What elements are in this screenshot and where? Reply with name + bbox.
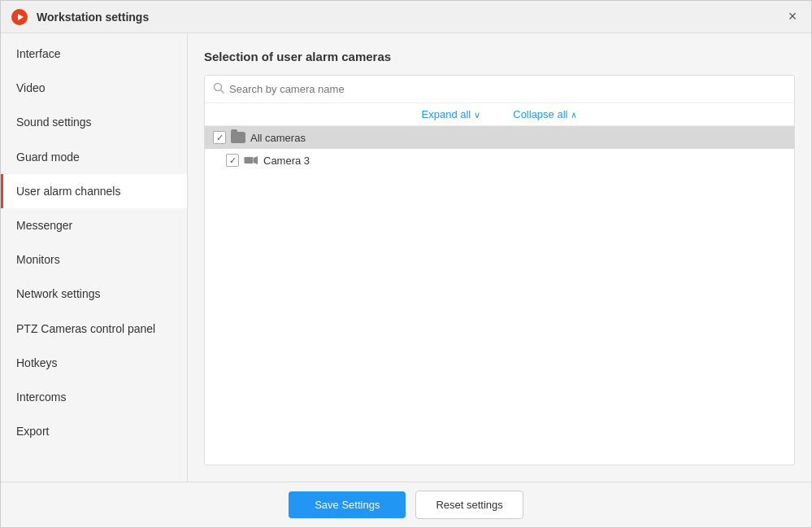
search-bar: [205, 76, 794, 103]
chevron-up-icon: [571, 108, 577, 120]
section-title: Selection of user alarm cameras: [204, 50, 795, 63]
sidebar-item-ptz-cameras[interactable]: PTZ Cameras control panel: [1, 312, 187, 346]
sidebar-item-interface[interactable]: Interface: [1, 37, 187, 71]
group-label: All cameras: [250, 132, 306, 144]
camera-label: Camera 3: [263, 155, 310, 167]
camera-panel: Expand all Collapse all ✓: [204, 75, 795, 465]
camera-list: ✓ All cameras ✓: [205, 126, 794, 465]
workstation-settings-window: Workstation settings × InterfaceVideoSou…: [0, 0, 812, 528]
camera-item-row[interactable]: ✓ Camera 3: [205, 149, 794, 172]
folder-icon: [231, 132, 245, 143]
collapse-all-button[interactable]: Collapse all: [513, 108, 577, 120]
camera-group-row[interactable]: ✓ All cameras: [205, 126, 794, 149]
sidebar-item-intercoms[interactable]: Intercoms: [1, 380, 187, 414]
expand-collapse-bar: Expand all Collapse all: [205, 103, 794, 126]
app-icon: [11, 8, 28, 26]
titlebar: Workstation settings ×: [1, 1, 811, 33]
camera-checkbox[interactable]: ✓: [226, 154, 239, 167]
sidebar-item-sound-settings[interactable]: Sound settings: [1, 105, 187, 139]
sidebar-item-network-settings[interactable]: Network settings: [1, 277, 187, 311]
reset-settings-button[interactable]: Reset settings: [415, 491, 523, 519]
sidebar: InterfaceVideoSound settingsGuard modeUs…: [1, 33, 188, 482]
sidebar-item-user-alarm-channels[interactable]: User alarm channels: [1, 174, 187, 208]
svg-rect-4: [245, 157, 254, 164]
close-button[interactable]: ×: [784, 8, 801, 26]
sidebar-item-monitors[interactable]: Monitors: [1, 242, 187, 277]
content-area: InterfaceVideoSound settingsGuard modeUs…: [1, 33, 811, 482]
svg-line-3: [221, 90, 224, 94]
sidebar-item-hotkeys[interactable]: Hotkeys: [1, 346, 187, 380]
sidebar-item-export[interactable]: Export: [1, 414, 187, 448]
expand-all-button[interactable]: Expand all: [422, 108, 481, 120]
sidebar-item-guard-mode[interactable]: Guard mode: [1, 140, 187, 174]
svg-marker-5: [254, 156, 258, 164]
group-checkbox[interactable]: ✓: [213, 131, 226, 144]
search-icon: [213, 82, 224, 96]
save-settings-button[interactable]: Save Settings: [289, 491, 406, 518]
sidebar-item-video[interactable]: Video: [1, 71, 187, 105]
chevron-down-icon: [474, 108, 480, 120]
camera-icon: [244, 155, 258, 166]
footer: Save Settings Reset settings: [1, 482, 811, 527]
search-input[interactable]: [229, 83, 786, 95]
window-title: Workstation settings: [37, 11, 784, 24]
sidebar-item-messenger[interactable]: Messenger: [1, 208, 187, 242]
main-content: Selection of user alarm cameras Expa: [188, 33, 811, 482]
